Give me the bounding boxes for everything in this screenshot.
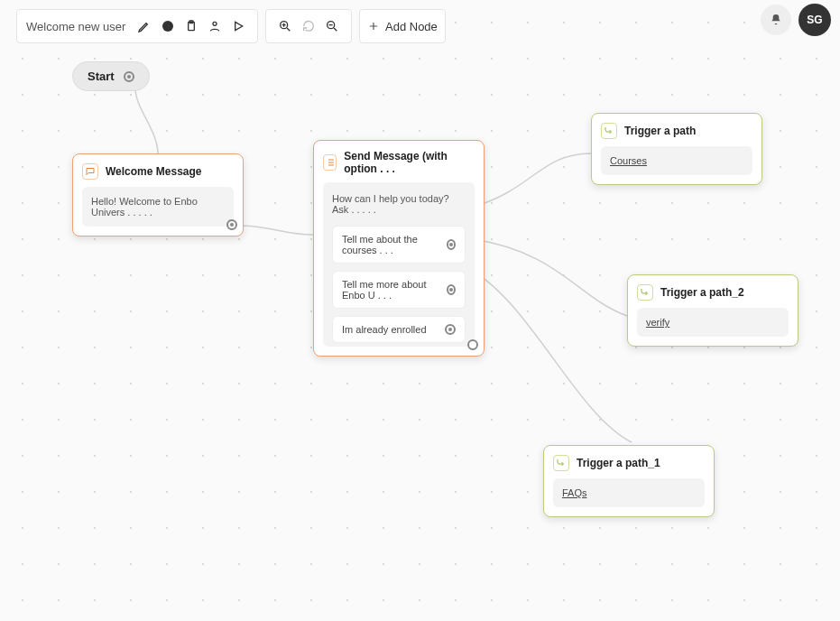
list-icon xyxy=(323,154,337,171)
start-label: Start xyxy=(88,70,115,83)
node-prompt-text: How can I help you today? Ask . . . . . xyxy=(332,191,466,218)
output-port-icon[interactable] xyxy=(124,71,134,82)
path-link[interactable]: verify xyxy=(646,317,669,328)
option-label: Im already enrolled xyxy=(342,324,427,335)
node-options-container: How can I help you today? Ask . . . . . … xyxy=(323,182,475,347)
node-header: Trigger a path xyxy=(601,123,752,139)
output-port-icon[interactable] xyxy=(226,219,237,230)
node-body: verify xyxy=(637,308,789,337)
node-trigger-path-verify[interactable]: Trigger a path_2 verify xyxy=(627,274,798,347)
node-header: Send Message (with option . . . xyxy=(323,150,475,175)
add-node-button[interactable]: Add Node xyxy=(359,9,446,43)
zoom-reset-icon[interactable] xyxy=(297,14,320,38)
svg-text:i: i xyxy=(167,23,169,31)
option-label: Tell me about the courses . . . xyxy=(342,234,447,255)
add-node-label: Add Node xyxy=(385,20,438,33)
output-port-icon[interactable] xyxy=(447,284,456,295)
top-toolbar: i Add Node xyxy=(16,9,446,43)
edit-icon[interactable] xyxy=(133,14,156,38)
user-icon[interactable] xyxy=(203,14,226,38)
play-icon[interactable] xyxy=(226,14,250,38)
node-title: Welcome Message xyxy=(106,165,202,178)
node-send-message[interactable]: Send Message (with option . . . How can … xyxy=(313,140,485,357)
node-title: Trigger a path_2 xyxy=(660,286,744,299)
node-trigger-path-courses[interactable]: Trigger a path Courses xyxy=(591,113,762,185)
node-title: Trigger a path xyxy=(624,125,696,137)
output-port-icon[interactable] xyxy=(447,239,456,250)
notifications-button[interactable] xyxy=(761,5,791,35)
info-icon[interactable]: i xyxy=(156,14,180,38)
node-welcome-message[interactable]: Welcome Message Hello! Welcome to Enbo U… xyxy=(72,153,244,236)
clipboard-icon[interactable] xyxy=(180,14,203,38)
node-trigger-path-faqs[interactable]: Trigger a path_1 FAQs xyxy=(543,445,715,517)
path-link[interactable]: Courses xyxy=(610,155,647,166)
node-body: Courses xyxy=(601,146,752,175)
svg-point-4 xyxy=(213,22,217,25)
node-body: FAQs xyxy=(553,478,705,507)
title-panel: i xyxy=(16,9,258,43)
bell-icon xyxy=(769,13,783,27)
node-title: Trigger a path_1 xyxy=(577,457,660,469)
option-label: Tell me more about Enbo U . . . xyxy=(342,279,447,301)
fallback-port-icon[interactable] xyxy=(467,339,478,350)
message-icon xyxy=(82,163,98,180)
zoom-out-icon[interactable] xyxy=(320,14,344,38)
path-icon xyxy=(553,455,569,471)
output-port-icon[interactable] xyxy=(445,324,456,335)
path-icon xyxy=(637,284,653,301)
node-header: Trigger a path_1 xyxy=(553,455,705,471)
option-row[interactable]: Im already enrolled xyxy=(332,316,466,343)
user-avatar[interactable]: SG xyxy=(798,4,831,36)
path-icon xyxy=(601,123,617,139)
top-right-controls: SG xyxy=(761,4,831,36)
option-row[interactable]: Tell me about the courses . . . xyxy=(332,226,466,264)
option-row[interactable]: Tell me more about Enbo U . . . xyxy=(332,271,466,309)
node-header: Welcome Message xyxy=(82,163,234,180)
node-header: Trigger a path_2 xyxy=(637,284,789,301)
node-title: Send Message (with option . . . xyxy=(344,150,475,175)
zoom-panel xyxy=(265,9,352,43)
flow-title-input[interactable] xyxy=(24,19,133,34)
plus-icon xyxy=(367,20,380,32)
node-body-text: Hello! Welcome to Enbo Univers . . . . . xyxy=(82,187,234,227)
start-node[interactable]: Start xyxy=(72,61,150,91)
zoom-in-icon[interactable] xyxy=(273,14,297,38)
path-link[interactable]: FAQs xyxy=(562,487,587,498)
